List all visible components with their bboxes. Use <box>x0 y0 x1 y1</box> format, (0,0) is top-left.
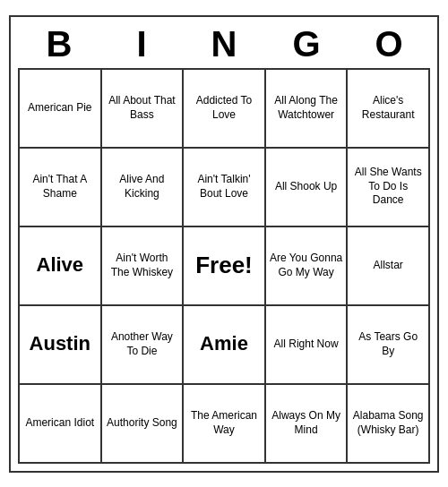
cell-text-16: Another Way To Die <box>106 330 179 358</box>
bingo-cell-9: All She Wants To Do Is Dance <box>348 149 430 227</box>
bingo-letter-i: I <box>102 24 181 64</box>
bingo-cell-18: All Right Now <box>266 306 349 385</box>
cell-text-19: As Tears Go By <box>351 330 425 358</box>
bingo-letter-g: G <box>267 24 346 64</box>
bingo-cell-15: Austin <box>20 306 102 385</box>
cell-text-2: Addicted To Love <box>187 94 261 122</box>
bingo-cell-7: Ain't Talkin' Bout Love <box>184 149 266 227</box>
cell-text-8: All Shook Up <box>275 180 337 194</box>
bingo-letter-b: B <box>20 24 99 64</box>
cell-text-15: Austin <box>30 331 90 357</box>
bingo-grid: American PieAll About That BassAddicted … <box>18 68 430 464</box>
cell-text-18: All Right Now <box>274 337 339 352</box>
bingo-cell-21: Authority Song <box>102 385 185 464</box>
cell-text-6: Alive And Kicking <box>106 173 179 201</box>
cell-text-1: All About That Bass <box>106 94 179 122</box>
cell-text-24: Alabama Song (Whisky Bar) <box>351 409 425 437</box>
cell-text-21: Authority Song <box>107 416 177 431</box>
bingo-card: BINGO American PieAll About That BassAdd… <box>9 15 439 473</box>
bingo-cell-8: All Shook Up <box>266 149 349 227</box>
cell-text-12: Free! <box>195 251 253 281</box>
bingo-cell-19: As Tears Go By <box>348 306 430 385</box>
bingo-cell-5: Ain't That A Shame <box>20 149 102 227</box>
bingo-cell-14: Allstar <box>348 227 430 306</box>
cell-text-14: Allstar <box>374 259 403 273</box>
bingo-cell-10: Alive <box>20 227 102 306</box>
bingo-cell-23: Always On My Mind <box>266 385 349 464</box>
bingo-cell-2: Addicted To Love <box>184 70 266 149</box>
cell-text-5: Ain't That A Shame <box>23 173 97 201</box>
bingo-cell-11: Ain't Worth The Whiskey <box>102 227 185 306</box>
cell-text-10: Alive <box>37 252 84 278</box>
bingo-letter-n: N <box>185 24 263 64</box>
bingo-cell-16: Another Way To Die <box>102 306 185 385</box>
bingo-header: BINGO <box>18 24 430 64</box>
cell-text-7: Ain't Talkin' Bout Love <box>187 173 261 201</box>
bingo-cell-12: Free! <box>184 227 266 306</box>
cell-text-3: All Along The Watchtower <box>270 94 343 122</box>
bingo-cell-20: American Idiot <box>20 385 102 464</box>
bingo-cell-17: Amie <box>184 306 266 385</box>
bingo-cell-3: All Along The Watchtower <box>266 70 349 149</box>
bingo-cell-24: Alabama Song (Whisky Bar) <box>348 385 430 464</box>
cell-text-17: Amie <box>200 331 248 357</box>
cell-text-13: Are You Gonna Go My Way <box>270 252 343 279</box>
cell-text-11: Ain't Worth The Whiskey <box>106 252 179 279</box>
cell-text-20: American Idiot <box>25 416 94 431</box>
cell-text-23: Always On My Mind <box>270 409 343 437</box>
bingo-cell-6: Alive And Kicking <box>102 149 185 227</box>
cell-text-4: Alice's Restaurant <box>351 94 425 122</box>
cell-text-22: The American Way <box>187 409 261 437</box>
cell-text-0: American Pie <box>28 101 91 115</box>
bingo-cell-1: All About That Bass <box>102 70 185 149</box>
bingo-letter-o: O <box>349 24 428 64</box>
bingo-cell-0: American Pie <box>20 70 102 149</box>
bingo-cell-13: Are You Gonna Go My Way <box>266 227 349 306</box>
bingo-cell-22: The American Way <box>184 385 266 464</box>
bingo-cell-4: Alice's Restaurant <box>348 70 430 149</box>
cell-text-9: All She Wants To Do Is Dance <box>351 166 425 208</box>
